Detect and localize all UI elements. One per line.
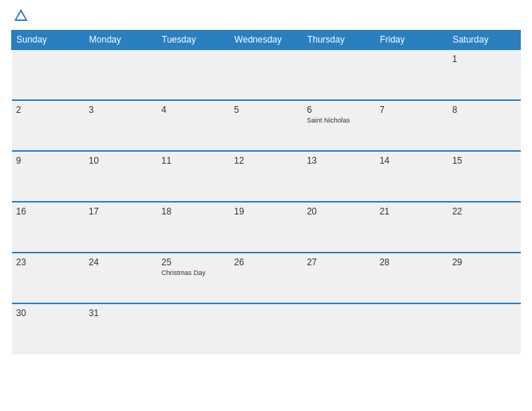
calendar-cell xyxy=(303,49,375,100)
day-number: 1 xyxy=(452,54,516,64)
day-number: 4 xyxy=(161,105,225,115)
calendar-cell xyxy=(12,49,84,100)
calendar-week-5: 3031 xyxy=(12,303,521,354)
calendar-header-row: Sunday Monday Tuesday Wednesday Thursday… xyxy=(12,31,521,50)
calendar-week-1: 23456Saint Nicholas78 xyxy=(12,100,521,151)
logo-icon xyxy=(13,7,29,24)
calendar-cell xyxy=(157,303,229,354)
day-number: 5 xyxy=(234,105,297,115)
calendar-header xyxy=(11,7,521,24)
logo xyxy=(11,7,29,24)
calendar-cell: 17 xyxy=(84,202,157,253)
day-number: 22 xyxy=(452,206,516,217)
calendar-week-0: 1 xyxy=(12,49,521,100)
calendar-cell: 28 xyxy=(375,253,448,303)
calendar-cell: 22 xyxy=(448,202,520,253)
col-tuesday: Tuesday xyxy=(157,31,229,50)
col-sunday: Sunday xyxy=(12,31,84,50)
day-number: 20 xyxy=(307,206,371,217)
day-number: 29 xyxy=(452,257,516,268)
day-number: 27 xyxy=(307,257,371,268)
day-number: 23 xyxy=(16,257,80,268)
calendar-cell xyxy=(229,49,302,100)
calendar-cell: 21 xyxy=(375,202,448,253)
calendar-cell xyxy=(375,49,448,100)
calendar-week-4: 232425Christmas Day26272829 xyxy=(12,253,521,303)
calendar-cell: 4 xyxy=(157,100,229,151)
calendar-cell: 7 xyxy=(375,100,448,151)
calendar-cell: 20 xyxy=(303,202,375,253)
day-number: 11 xyxy=(161,155,225,166)
day-number: 13 xyxy=(307,155,371,166)
day-number: 9 xyxy=(16,155,80,166)
calendar-cell: 1 xyxy=(448,49,520,100)
calendar-cell: 9 xyxy=(12,151,84,202)
day-number: 24 xyxy=(89,257,152,268)
holiday-name: Christmas Day xyxy=(161,269,225,276)
calendar-cell: 27 xyxy=(303,253,375,303)
calendar-table: Sunday Monday Tuesday Wednesday Thursday… xyxy=(11,30,521,354)
calendar-week-3: 16171819202122 xyxy=(12,202,521,253)
calendar-cell: 13 xyxy=(303,151,375,202)
calendar-cell: 19 xyxy=(229,202,302,253)
calendar-cell: 29 xyxy=(448,253,520,303)
day-number: 28 xyxy=(380,257,443,268)
day-number: 12 xyxy=(234,155,297,166)
day-number: 31 xyxy=(89,308,152,318)
calendar-cell: 30 xyxy=(12,303,84,354)
calendar-cell: 26 xyxy=(229,253,302,303)
calendar-week-2: 9101112131415 xyxy=(12,151,521,202)
day-number: 16 xyxy=(16,206,80,217)
calendar-cell xyxy=(448,303,520,354)
calendar-cell: 16 xyxy=(12,202,84,253)
col-friday: Friday xyxy=(375,31,448,50)
calendar-cell: 11 xyxy=(157,151,229,202)
calendar-cell: 24 xyxy=(84,253,157,303)
calendar-cell xyxy=(375,303,448,354)
day-number: 2 xyxy=(16,105,80,115)
day-number: 26 xyxy=(234,257,297,268)
calendar-cell: 14 xyxy=(375,151,448,202)
day-number: 21 xyxy=(380,206,443,217)
calendar-cell: 10 xyxy=(84,151,157,202)
col-monday: Monday xyxy=(84,31,157,50)
day-number: 10 xyxy=(89,155,152,166)
calendar-cell xyxy=(229,303,302,354)
calendar-body: 123456Saint Nicholas78910111213141516171… xyxy=(12,49,521,354)
calendar-cell xyxy=(84,49,157,100)
day-number: 18 xyxy=(161,206,225,217)
calendar-cell: 6Saint Nicholas xyxy=(303,100,375,151)
calendar-cell xyxy=(303,303,375,354)
holiday-name: Saint Nicholas xyxy=(307,117,371,124)
calendar-cell: 5 xyxy=(229,100,302,151)
day-number: 15 xyxy=(452,155,516,166)
calendar-cell: 23 xyxy=(12,253,84,303)
day-number: 14 xyxy=(380,155,443,166)
calendar-cell: 18 xyxy=(157,202,229,253)
day-number: 19 xyxy=(234,206,297,217)
calendar-cell xyxy=(157,49,229,100)
day-number: 17 xyxy=(89,206,152,217)
col-thursday: Thursday xyxy=(303,31,375,50)
calendar-cell: 2 xyxy=(12,100,84,151)
day-number: 25 xyxy=(161,257,225,268)
col-wednesday: Wednesday xyxy=(229,31,302,50)
day-number: 3 xyxy=(89,105,152,115)
calendar-cell: 31 xyxy=(84,303,157,354)
calendar-cell: 15 xyxy=(448,151,520,202)
calendar-cell: 3 xyxy=(84,100,157,151)
day-number: 30 xyxy=(16,308,80,318)
col-saturday: Saturday xyxy=(448,31,520,50)
calendar-cell: 8 xyxy=(448,100,520,151)
day-number: 8 xyxy=(452,105,516,115)
calendar-cell: 25Christmas Day xyxy=(157,253,229,303)
day-number: 6 xyxy=(307,105,371,115)
calendar-container: Sunday Monday Tuesday Wednesday Thursday… xyxy=(0,0,532,411)
day-number: 7 xyxy=(380,105,443,115)
calendar-cell: 12 xyxy=(229,151,302,202)
